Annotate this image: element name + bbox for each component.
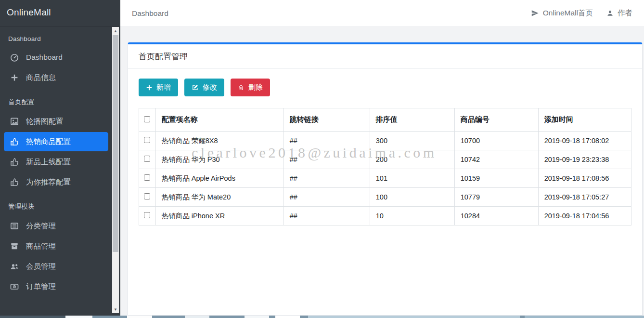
cell-time: 2019-09-18 17:04:56 (538, 207, 625, 225)
user-icon (606, 10, 614, 17)
paper-plane-icon (531, 9, 539, 17)
cell-name: 热销商品 华为 P30 (155, 150, 283, 169)
sidebar-item-new-product-config[interactable]: 新品上线配置 (4, 152, 108, 172)
cell-name: 热销商品 华为 Mate20 (155, 188, 283, 207)
sidebar-item-category-management[interactable]: 分类管理 (4, 216, 108, 236)
table-header-row: 配置项名称 跳转链接 排序值 商品编号 添加时间 (139, 108, 631, 132)
taskbar-item[interactable] (308, 316, 520, 318)
edit-button[interactable]: 修改 (184, 79, 224, 96)
cell-extra (625, 150, 631, 169)
cell-time: 2019-09-18 17:08:02 (538, 132, 625, 150)
row-checkbox[interactable] (144, 212, 150, 218)
list-icon (9, 221, 20, 231)
row-checkbox[interactable] (144, 193, 150, 199)
sidebar-item-recommend-config[interactable]: 为你推荐配置 (4, 172, 108, 192)
sidebar-item-product-info[interactable]: 商品信息 (4, 68, 108, 87)
sidebar-item-order-management[interactable]: 订单管理 (4, 277, 108, 296)
sidebar-item-dashboard[interactable]: Dashboard (4, 48, 108, 67)
home-link-label: OnlineMall首页 (543, 8, 593, 18)
thumbs-up-icon (9, 177, 20, 187)
table-row: 热销商品 华为 P30 ## 200 10742 2019-09-19 23:2… (139, 150, 631, 169)
sidebar-item-label: 会员管理 (26, 262, 56, 272)
cell-link: ## (283, 169, 370, 188)
cell-sort: 10 (370, 207, 454, 225)
scrollbar-up-arrow[interactable]: ▲ (112, 27, 119, 35)
table-row: 热销商品 荣耀8X8 ## 300 10700 2019-09-18 17:08… (139, 132, 631, 150)
tachometer-icon (9, 53, 20, 62)
select-all-checkbox[interactable] (144, 116, 150, 122)
home-link[interactable]: OnlineMall首页 (531, 8, 593, 18)
image-icon (9, 117, 20, 126)
delete-button[interactable]: 删除 (231, 79, 270, 96)
cell-sort: 200 (370, 150, 454, 169)
cell-time: 2019-09-18 17:08:56 (538, 169, 625, 188)
taskbar-strip (0, 316, 644, 318)
thumbs-up-icon (9, 137, 20, 146)
taskbar-item[interactable] (525, 316, 644, 318)
edit-button-label: 修改 (203, 83, 217, 92)
add-button-label: 新增 (156, 83, 171, 92)
trash-icon (238, 84, 245, 91)
author-link[interactable]: 作者 (606, 8, 632, 18)
column-header-name: 配置项名称 (155, 108, 283, 132)
section-header: Dashboard (0, 29, 112, 47)
row-checkbox[interactable] (144, 156, 150, 162)
taskbar-item[interactable] (127, 316, 152, 318)
section-header: 首页配置 (0, 92, 112, 111)
sidebar: OnlineMall Dashboard Dashboard 商品信息 首页配置 (0, 0, 120, 316)
row-checkbox[interactable] (144, 174, 150, 181)
table-row: 热销商品 iPhone XR ## 10 10284 2019-09-18 17… (139, 207, 631, 225)
edit-icon (192, 84, 199, 91)
sidebar-item-label: 热销商品配置 (26, 137, 71, 147)
cell-sku: 10779 (454, 188, 538, 207)
delete-button-label: 删除 (248, 83, 263, 92)
topbar-right: OnlineMall首页 作者 (531, 8, 632, 18)
sidebar-item-label: 商品信息 (26, 73, 56, 83)
column-header-sku: 商品编号 (454, 108, 538, 132)
column-header-time: 添加时间 (538, 108, 625, 132)
sidebar-item-carousel-config[interactable]: 轮播图配置 (4, 112, 108, 131)
scrollbar-thumb[interactable] (113, 35, 118, 252)
page-title: 首页配置管理 (128, 44, 642, 69)
cell-sort: 100 (370, 188, 454, 207)
sidebar-item-product-management[interactable]: 商品管理 (4, 237, 108, 256)
table-row: 热销商品 Apple AirPods ## 101 10159 2019-09-… (139, 169, 631, 188)
sidebar-item-label: 订单管理 (26, 282, 56, 292)
users-icon (9, 262, 20, 271)
sidebar-section-management: 管理模块 分类管理 商品管理 会员管理 (0, 197, 112, 296)
taskbar-item[interactable] (185, 316, 209, 318)
topbar: Dashboard OnlineMall首页 作者 (120, 0, 644, 27)
config-card: 首页配置管理 新增 修改 (128, 42, 643, 316)
toolbar: 新增 修改 删除 (139, 79, 631, 96)
taskbar-item[interactable] (245, 316, 269, 318)
cell-sku: 10700 (454, 132, 538, 150)
taskbar-item[interactable] (275, 316, 300, 318)
taskbar-item[interactable] (0, 316, 65, 318)
sidebar-scrollbar: ▲ ▼ (112, 27, 119, 313)
sidebar-section-home-config: 首页配置 轮播图配置 热销商品配置 新品上线配置 (0, 92, 112, 192)
cell-name: 热销商品 荣耀8X8 (155, 132, 283, 150)
cell-name: 热销商品 iPhone XR (155, 207, 283, 225)
scrollbar-down-arrow[interactable]: ▼ (112, 305, 119, 313)
sidebar-section-dashboard: Dashboard Dashboard 商品信息 (0, 29, 112, 87)
column-header-sort: 排序值 (370, 108, 454, 132)
breadcrumb: Dashboard (132, 9, 168, 18)
cell-link: ## (283, 207, 370, 225)
row-checkbox[interactable] (144, 137, 150, 143)
cell-link: ## (283, 132, 370, 150)
brand-logo[interactable]: OnlineMall (0, 0, 120, 27)
config-table: 配置项名称 跳转链接 排序值 商品编号 添加时间 热销商品 荣耀8X8 ## 3… (139, 108, 631, 225)
add-button[interactable]: 新增 (139, 79, 178, 96)
sidebar-item-label: 新品上线配置 (26, 157, 71, 167)
sidebar-item-hot-product-config[interactable]: 热销商品配置 (4, 132, 108, 151)
sidebar-item-label: 分类管理 (26, 221, 56, 231)
money-icon (9, 282, 20, 292)
cell-time: 2019-09-18 17:05:27 (538, 188, 625, 207)
sidebar-item-member-management[interactable]: 会员管理 (4, 257, 108, 276)
cell-extra (625, 132, 631, 150)
sidebar-item-label: 为你推荐配置 (26, 177, 71, 187)
sidebar-item-label: 轮播图配置 (26, 117, 64, 127)
sidebar-item-label: 商品管理 (26, 241, 56, 252)
box-icon (9, 241, 20, 251)
taskbar-item[interactable] (65, 316, 92, 318)
